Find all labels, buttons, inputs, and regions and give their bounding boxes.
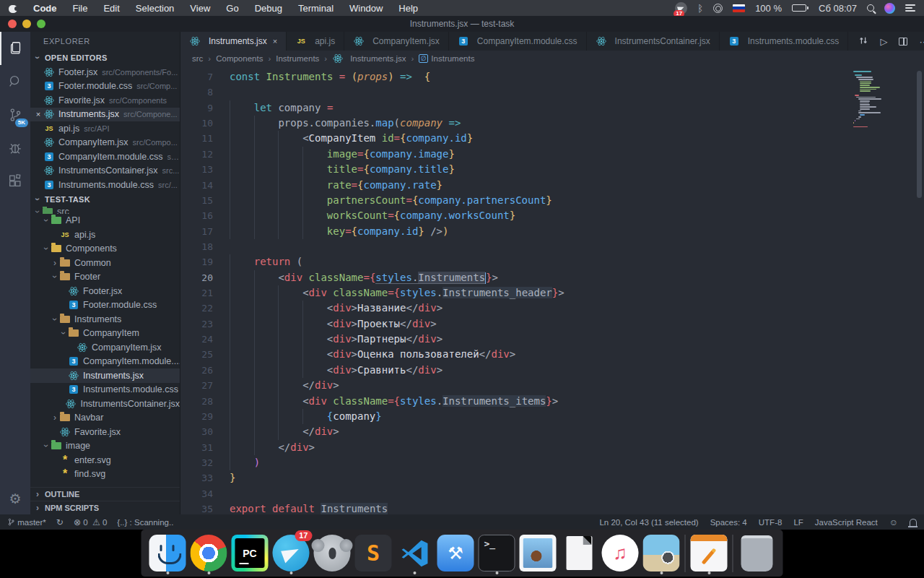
code-line-19[interactable]: 19 return ( xyxy=(180,254,924,269)
sync-icon[interactable]: ↻ xyxy=(56,517,64,527)
tab-Instruments.module.css[interactable]: 3Instruments.module.css xyxy=(720,32,849,51)
dock-item-libre[interactable] xyxy=(559,532,600,574)
settings-gear-icon[interactable]: ⚙ xyxy=(9,491,21,507)
tree-item-enter.svg[interactable]: *enter.svg xyxy=(30,453,180,467)
chevron-down-icon[interactable]: › xyxy=(58,329,69,337)
chevron-down-icon[interactable]: › xyxy=(41,244,51,253)
open-editor-CompanyItem.module.css[interactable]: 3CompanyItem.module.csssr... xyxy=(30,150,180,164)
language-mode[interactable]: JavaScript React xyxy=(815,518,878,527)
source-control-icon[interactable]: 5K xyxy=(0,98,30,131)
dock-item-telegram[interactable]: 17 xyxy=(271,532,312,574)
indentation[interactable]: Spaces: 4 xyxy=(710,518,747,527)
menu-item-file[interactable]: File xyxy=(73,3,88,14)
minimap[interactable] xyxy=(853,71,884,128)
tree-item-CompanyItem.jsx[interactable]: CompanyItem.jsx xyxy=(30,340,180,355)
open-editor-api.js[interactable]: JSapi.jssrc/API xyxy=(30,121,180,136)
code-line-25[interactable]: 25 <div>Оценка пользователей</div> xyxy=(180,347,924,362)
telegram-menubar-icon[interactable]: 17 xyxy=(675,2,687,14)
code-line-26[interactable]: 26 <div>Сравнить</div> xyxy=(180,363,924,378)
clock[interactable]: Сб 08:07 xyxy=(819,3,857,14)
code-line-31[interactable]: 31 </div> xyxy=(180,440,924,455)
chevron-right-icon[interactable]: › xyxy=(51,413,59,423)
more-actions-icon[interactable]: ··· xyxy=(919,36,924,47)
bluetooth-icon[interactable]: ᛒ xyxy=(697,3,703,14)
screen-mirroring-icon[interactable] xyxy=(713,4,723,13)
dock-item-sublime[interactable]: S xyxy=(353,532,394,574)
menu-item-selection[interactable]: Selection xyxy=(136,3,174,14)
code-line-14[interactable]: 14 rate={company.rate} xyxy=(180,178,924,193)
code-line-33[interactable]: 33} xyxy=(180,470,924,486)
open-editor-Instruments.jsx[interactable]: ×Instruments.jsxsrc/Compone... xyxy=(30,108,180,122)
dock-item-mail[interactable] xyxy=(518,532,559,574)
chevron-right-icon[interactable]: › xyxy=(51,258,59,268)
code-line-10[interactable]: 10 props.companies.map(company => xyxy=(180,116,924,131)
tab-CompanyItem.module.css[interactable]: 3CompanyItem.module.css xyxy=(449,32,587,51)
dock-item-chrome[interactable] xyxy=(188,532,230,574)
dock-item-finder[interactable] xyxy=(147,532,188,574)
tab-api.js[interactable]: JSapi.js xyxy=(287,32,344,51)
tree-item-Components[interactable]: ›Components xyxy=(30,242,180,256)
npm-scripts-header[interactable]: ›NPM SCRIPTS xyxy=(30,501,180,514)
tree-item-API[interactable]: ›API xyxy=(30,214,180,228)
breadcrumb-Instruments[interactable]: ∅Instruments xyxy=(419,54,474,63)
tree-item-Navbar[interactable]: ›Navbar xyxy=(30,411,180,426)
code-line-34[interactable]: 34 xyxy=(180,486,924,501)
code-line-15[interactable]: 15 partnersCount={company.partnersCount} xyxy=(180,193,924,208)
siri-icon[interactable] xyxy=(884,3,895,14)
dock-item-vscode[interactable] xyxy=(394,532,435,574)
tree-item-CompanyItem.module....[interactable]: 3CompanyItem.module.... xyxy=(30,355,180,369)
chevron-down-icon[interactable]: › xyxy=(50,272,60,281)
code-line-8[interactable]: 8 xyxy=(180,85,924,100)
dock-item-trash[interactable] xyxy=(736,532,777,574)
tree-item-image[interactable]: ›image xyxy=(30,439,180,454)
control-center-icon[interactable] xyxy=(905,4,915,12)
dock-item-pycharm[interactable]: PC xyxy=(230,532,271,574)
zoom-window-button[interactable] xyxy=(37,20,45,28)
open-editor-Instruments.module.css[interactable]: 3Instruments.module.csssrc/... xyxy=(30,178,180,192)
open-editor-Footer.module.css[interactable]: 3Footer.module.csssrc/Comp... xyxy=(30,79,180,94)
code-line-13[interactable]: 13 title={company.title} xyxy=(180,162,924,177)
code-line-29[interactable]: 29 {company} xyxy=(180,409,924,424)
open-changes-icon[interactable] xyxy=(858,35,868,48)
tree-item-InstrumentsContainer.jsx[interactable]: InstrumentsContainer.jsx xyxy=(30,397,180,411)
code-line-27[interactable]: 27 </div> xyxy=(180,378,924,393)
tree-item-Instruments.jsx[interactable]: Instruments.jsx xyxy=(30,368,180,383)
tab-CompanyItem.jsx[interactable]: CompanyItem.jsx xyxy=(344,32,449,51)
code-line-35[interactable]: 35export default Instruments xyxy=(180,501,924,514)
tree-item-CompanyItem[interactable]: ›CompanyItem xyxy=(30,327,180,341)
minimize-window-button[interactable] xyxy=(22,20,31,28)
breadcrumb-Instruments.jsx[interactable]: Instruments.jsx xyxy=(332,53,406,64)
code-line-22[interactable]: 22 <div>Название</div> xyxy=(180,301,924,316)
split-editor-icon[interactable] xyxy=(899,38,907,46)
search-icon[interactable] xyxy=(0,65,30,98)
tree-item-Footer.jsx[interactable]: Footer.jsx xyxy=(30,284,180,298)
language-flag-icon[interactable] xyxy=(733,4,745,12)
tab-Instruments.jsx[interactable]: Instruments.jsx× xyxy=(180,32,287,51)
open-editor-Favorite.jsx[interactable]: Favorite.jsxsrc/Components xyxy=(30,93,180,108)
run-icon[interactable]: ▷ xyxy=(880,36,887,47)
git-branch-item[interactable]: master* xyxy=(7,517,46,527)
open-editors-header[interactable]: ›OPEN EDITORS xyxy=(30,51,180,65)
tree-item-Footer[interactable]: ›Footer xyxy=(30,270,180,285)
code-line-21[interactable]: 21 <div className={styles.Instruments_he… xyxy=(180,285,924,301)
feedback-smiley-icon[interactable]: ☺ xyxy=(889,517,898,527)
breadcrumb-Components[interactable]: Components xyxy=(216,54,263,63)
dock-item-terminal[interactable]: >_ xyxy=(476,532,518,574)
battery-icon[interactable] xyxy=(792,4,808,12)
code-line-9[interactable]: 9 let company = xyxy=(180,100,924,116)
code-line-23[interactable]: 23 <div>Проекты</div> xyxy=(180,316,924,332)
code-line-28[interactable]: 28 <div className={styles.Instruments_it… xyxy=(180,394,924,409)
code-line-7[interactable]: 7const Instruments = (props) => { xyxy=(180,69,924,85)
menu-item-go[interactable]: Go xyxy=(226,3,238,14)
menu-item-edit[interactable]: Edit xyxy=(103,3,119,14)
chevron-down-icon[interactable]: › xyxy=(41,216,51,225)
open-editor-CompanyItem.jsx[interactable]: CompanyItem.jsxsrc/Compo... xyxy=(30,136,180,150)
code-editor[interactable]: 7const Instruments = (props) => {89 let … xyxy=(180,66,924,514)
close-window-button[interactable] xyxy=(8,20,17,28)
dock-item-preview[interactable] xyxy=(641,532,682,574)
menu-item-terminal[interactable]: Terminal xyxy=(298,3,334,14)
tab-InstrumentsContainer.jsx[interactable]: InstrumentsContainer.jsx xyxy=(587,32,720,51)
code-line-20[interactable]: 20 <div className={styles.Instruments}> xyxy=(180,270,924,285)
cursor-position[interactable]: Ln 20, Col 43 (11 selected) xyxy=(599,518,698,527)
dock-item-koala[interactable] xyxy=(312,532,353,574)
